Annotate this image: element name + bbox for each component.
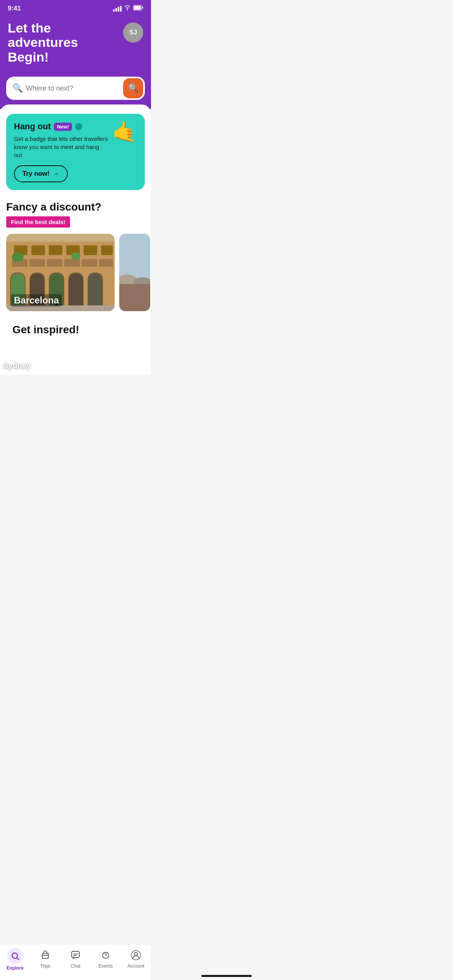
svg-rect-6	[31, 245, 45, 255]
wifi-icon	[124, 5, 131, 12]
status-icons	[113, 5, 143, 12]
svg-rect-15	[82, 259, 97, 267]
deals-badge: Find the best deals!	[6, 216, 70, 228]
svg-rect-2	[134, 6, 141, 10]
svg-rect-26	[119, 284, 150, 311]
hangout-card: Hang out New! Get a badge that lets othe…	[6, 114, 145, 190]
hangout-title-row: Hang out New!	[14, 122, 108, 132]
svg-rect-16	[99, 259, 113, 267]
svg-rect-7	[49, 245, 62, 255]
search-icon-left: 🔍	[12, 83, 23, 93]
hangout-emoji: 🤙	[112, 122, 137, 142]
search-button[interactable]: 🔍	[123, 78, 143, 98]
teal-dot	[75, 123, 82, 130]
arrow-icon: →	[53, 170, 59, 178]
header: Let the adventures Begin! SJ	[0, 15, 151, 77]
main-content: Hang out New! Get a badge that lets othe…	[0, 105, 151, 375]
search-bar: 🔍 🔍	[6, 77, 145, 100]
svg-rect-13	[47, 259, 62, 267]
discount-section: Fancy a discount? Find the best deals!	[6, 201, 145, 313]
svg-point-19	[12, 252, 24, 262]
svg-rect-9	[84, 245, 97, 255]
inspired-title: Get inspired!	[12, 324, 139, 336]
barcelona-label: Barcelona	[11, 294, 62, 307]
try-now-button[interactable]: Try now! →	[14, 165, 68, 182]
svg-rect-12	[29, 259, 45, 267]
destinations-row: Barcelona Sydney	[0, 234, 151, 313]
new-badge: New!	[54, 123, 72, 131]
hangout-content: Hang out New! Get a badge that lets othe…	[14, 122, 108, 182]
signal-icon	[113, 6, 122, 12]
svg-point-20	[71, 252, 81, 260]
header-title: Let the adventures Begin!	[8, 21, 123, 64]
destination-card-barcelona[interactable]: Barcelona	[6, 234, 115, 311]
battery-icon	[133, 5, 143, 12]
search-btn-icon: 🔍	[128, 83, 139, 93]
inspired-section: Get inspired!	[6, 324, 145, 336]
hangout-description: Get a badge that lets other travellers k…	[14, 135, 108, 159]
search-input[interactable]	[26, 84, 120, 93]
status-bar: 9:41	[0, 0, 151, 15]
destination-card-sydney[interactable]: Sydney	[119, 234, 150, 311]
svg-rect-10	[101, 245, 113, 255]
status-time: 9:41	[8, 5, 21, 12]
svg-point-0	[127, 10, 128, 10]
hangout-title: Hang out	[14, 122, 51, 132]
sydney-image	[119, 234, 150, 311]
svg-rect-14	[64, 259, 80, 267]
discount-title: Fancy a discount?	[6, 201, 145, 213]
avatar[interactable]: SJ	[123, 22, 143, 43]
